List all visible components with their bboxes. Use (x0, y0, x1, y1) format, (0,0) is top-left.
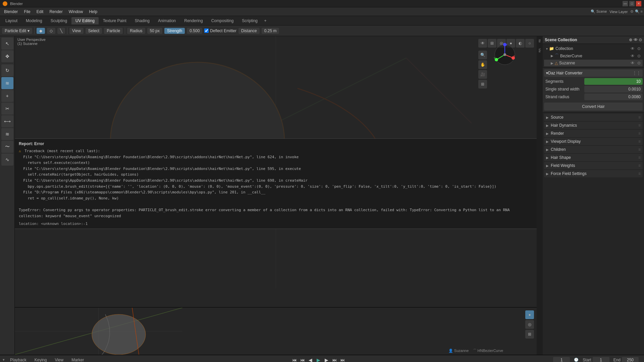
source-header[interactable]: ▶ Source ≡ (544, 114, 643, 121)
bottom-vp-icon-3[interactable]: ⊞ (525, 330, 534, 339)
deflect-checkbox-input[interactable] (204, 28, 209, 33)
menu-render[interactable]: Render (47, 9, 65, 15)
menu-blender[interactable]: Blender (1, 9, 20, 15)
select-tool[interactable]: ↖ (1, 38, 13, 50)
step-back-btn[interactable]: ◀ (307, 357, 314, 362)
strength-label[interactable]: Strength (164, 28, 185, 34)
next-keyframe-btn[interactable]: ⏭ (331, 357, 338, 362)
mode-selector[interactable]: Particle Edit ▾ (2, 28, 32, 34)
menu-window[interactable]: Window (66, 9, 86, 15)
viewport-display-header[interactable]: ▶ Viewport Display ≡ (544, 138, 643, 145)
bezier-vis-icon: 👁 (631, 54, 635, 58)
menu-help[interactable]: Help (86, 9, 100, 15)
playback-menu[interactable]: Playback (7, 357, 29, 362)
tab-scripting[interactable]: Scripting (238, 17, 262, 24)
hair-dynamics-header[interactable]: ▶ Hair Dynamics ≡ (544, 122, 643, 129)
suzanne-item[interactable]: ▶ △ Suzanne 👁 ⊙ (544, 60, 643, 66)
marker-menu[interactable]: Marker (69, 357, 87, 362)
weight-tool[interactable]: ∿ (1, 154, 13, 166)
comb-tool[interactable]: ≋ (1, 77, 13, 89)
step-forward-btn[interactable]: ▶ (323, 357, 330, 362)
timeline-mode-icon[interactable]: ▾ (3, 358, 5, 362)
convert-hair-button[interactable]: Convert Hair (544, 103, 643, 111)
viewport-display-section: ▶ Viewport Display ≡ (544, 138, 643, 145)
bottom-viewport-svg (15, 308, 537, 355)
side-tab-ite[interactable]: Ite (537, 36, 543, 46)
strand-radius-value[interactable]: 0.0080 (584, 94, 643, 100)
strand-radius-row: Strand radius 0.0080 (544, 94, 643, 100)
viewport-bottom[interactable]: ● ◎ ⊞ 👤 Suzanne ⌒ HNBezierCurve (15, 308, 537, 355)
source-drag-icon: ≡ (638, 115, 641, 120)
hand-icon[interactable]: ✋ (478, 60, 487, 69)
tab-texture-paint[interactable]: Texture Paint (99, 17, 130, 24)
prev-keyframe-btn[interactable]: ⏮ (299, 357, 306, 362)
view-icon[interactable]: 👁 (478, 39, 487, 48)
hair-dynamics-section: ▶ Hair Dynamics ≡ (544, 122, 643, 129)
tab-shading[interactable]: Shading (131, 17, 154, 24)
render-arrow: ▶ (546, 132, 549, 135)
tab-animation[interactable]: Animation (154, 17, 180, 24)
side-tab-vie[interactable]: Vie (537, 46, 543, 55)
view-menu[interactable]: View (52, 357, 66, 362)
smooth-tool[interactable]: 〜 (1, 141, 13, 153)
play-btn[interactable]: ▶ (315, 357, 322, 362)
current-frame-input[interactable] (553, 357, 570, 362)
field-weights-header[interactable]: ▶ Field Weights ≡ (544, 162, 643, 169)
brush-type-3[interactable]: ╲ (57, 28, 65, 34)
add-tool[interactable]: + (1, 90, 13, 102)
bottom-vp-icon-2[interactable]: ◎ (525, 320, 534, 329)
start-frame-input[interactable]: 1 (593, 357, 609, 362)
viewport-container: User Perspective (1) Suzanne 👁 ⊞ ◎ ● ◐ ○… (15, 36, 537, 355)
shading-render-icon[interactable]: ○ (525, 39, 534, 48)
bezier-curve-item[interactable]: ▶ ⌒ BezierCurve 👁 ⊙ (544, 52, 643, 60)
shading-mat-icon[interactable]: ◐ (516, 39, 525, 48)
camera-icon[interactable]: 🎥 (478, 70, 487, 79)
particle-button[interactable]: Particle (104, 28, 123, 34)
minimize-button[interactable]: — (623, 1, 628, 6)
segments-value[interactable]: 10 (584, 78, 643, 85)
end-frame-input[interactable]: 250 (622, 357, 639, 362)
menu-file[interactable]: File (21, 9, 33, 15)
tab-modeling[interactable]: Modeling (22, 17, 46, 24)
brush-type-1[interactable]: ◆ (37, 28, 45, 34)
tab-rendering[interactable]: Rendering (180, 17, 207, 24)
force-field-header[interactable]: ▶ Force Field Settings ≡ (544, 170, 643, 177)
children-header[interactable]: ▶ Children ≡ (544, 146, 643, 153)
tab-compositing[interactable]: Compositing (207, 17, 238, 24)
jump-end-btn[interactable]: ⏭ (339, 357, 346, 362)
jump-start-btn[interactable]: ⏮ (291, 357, 298, 362)
cut-tool[interactable]: ✂ (1, 103, 13, 115)
daz-panel-header[interactable]: ▾ Daz Hair Converter ⋮⋮ (544, 69, 643, 77)
view-button[interactable]: View (69, 28, 84, 34)
render-header[interactable]: ▶ Render ≡ (544, 130, 643, 137)
close-button[interactable]: ✕ (636, 1, 641, 6)
search-icon[interactable]: 🔍 (478, 51, 487, 59)
puff-tool[interactable]: ≋ (1, 128, 13, 140)
hair-shape-header[interactable]: ▶ Hair Shape ≡ (544, 154, 643, 161)
viewport-perspective: User Perspective (17, 38, 46, 42)
bottom-vp-icon-1[interactable]: ● (525, 310, 534, 319)
select-button[interactable]: Select (86, 28, 102, 34)
strength-value[interactable]: 0.500 (187, 28, 202, 34)
tab-layout[interactable]: Layout (1, 17, 21, 24)
svg-point-16 (503, 53, 506, 56)
keying-menu[interactable]: Keying (32, 357, 50, 362)
brush-type-2[interactable]: ◇ (47, 28, 55, 34)
tab-uv-editing[interactable]: UV Editing (71, 17, 99, 24)
suzanne-arrow: ▶ (551, 61, 553, 65)
move-tool[interactable]: ✥ (1, 50, 13, 62)
viewport-top[interactable]: User Perspective (1) Suzanne 👁 ⊞ ◎ ● ◐ ○… (15, 36, 537, 308)
tab-sculpting[interactable]: Sculpting (47, 17, 71, 24)
distance-value[interactable]: 0.25 m (262, 28, 279, 34)
maximize-button[interactable]: □ (629, 1, 635, 6)
deflect-checkbox[interactable]: Deflect Emitter (204, 28, 236, 33)
single-strand-value[interactable]: 0.0010 (584, 86, 643, 93)
rotate-tool[interactable]: ↻ (1, 64, 13, 76)
length-tool[interactable]: ⟷ (1, 115, 13, 127)
radius-value[interactable]: 50 px (147, 28, 162, 34)
collection-item[interactable]: ▾ 📁 Collection 👁 ⊙ (544, 45, 643, 52)
menu-edit[interactable]: Edit (34, 9, 46, 15)
add-workspace-button[interactable]: + (262, 17, 269, 24)
title-bar: Blender — □ ✕ (0, 0, 644, 7)
grid-icon[interactable]: ⊞ (478, 80, 487, 88)
